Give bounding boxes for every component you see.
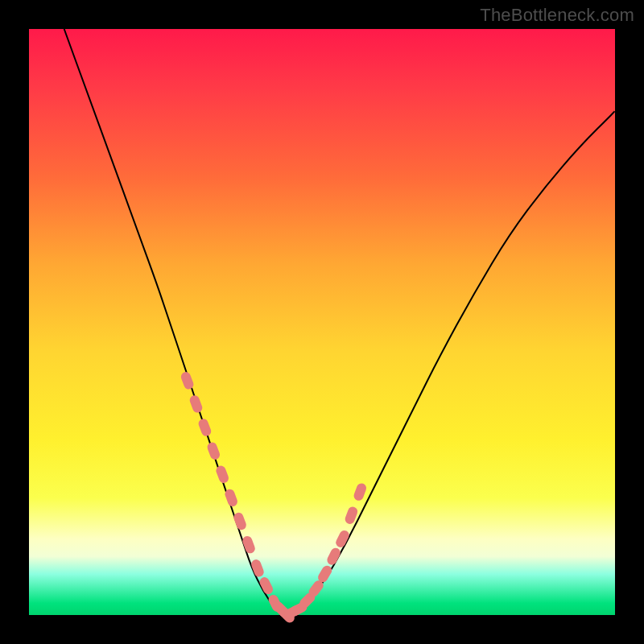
curve-marker (188, 394, 204, 414)
chart-plot-area (29, 29, 615, 615)
bottleneck-curve (64, 29, 615, 613)
curve-marker (233, 511, 248, 531)
curve-marker (206, 441, 221, 461)
curve-marker (180, 370, 195, 390)
curve-marker (353, 482, 368, 502)
marker-group (180, 370, 368, 625)
chart-svg (29, 29, 615, 615)
curve-marker (197, 418, 213, 438)
watermark-text: TheBottleneck.com (480, 5, 634, 26)
curve-marker (215, 464, 230, 485)
